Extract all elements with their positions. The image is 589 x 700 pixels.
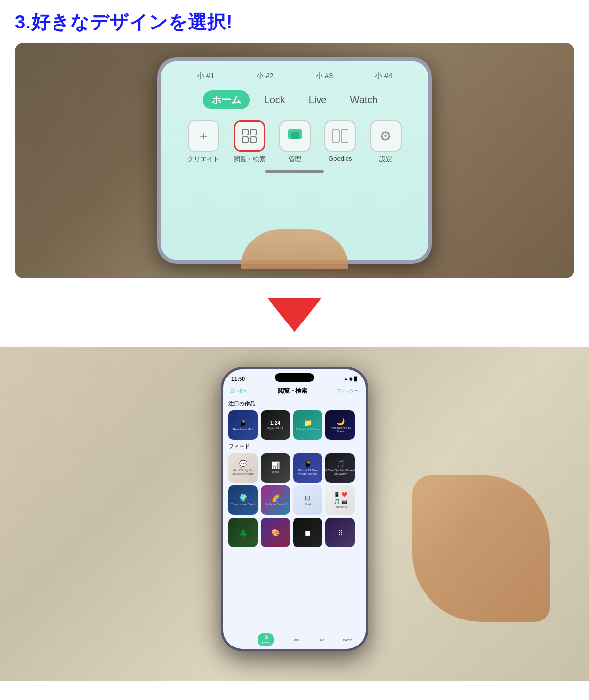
widget-mac-os[interactable]: 💬 Mac OS Big Sur iMessage Widget [228, 453, 258, 483]
widget-color-grid[interactable]: 🎨 [261, 518, 290, 547]
size-tabs: 小 #1 小 #2 小 #3 小 #4 [176, 71, 413, 81]
goodies-label: Goodies [328, 155, 352, 162]
widget-name: Fouricons [334, 505, 347, 509]
pbn-home[interactable]: ⊞ ホーム [258, 633, 274, 646]
svg-rect-7 [341, 130, 348, 142]
tab-home[interactable]: ホーム [203, 90, 250, 109]
widget-fouricons[interactable]: 📱❤️🎵📷 Fouricons [325, 485, 355, 515]
down-arrow-icon [268, 298, 321, 332]
nav-tabs: ホーム Lock Live Watch [176, 90, 413, 109]
size-tab-3: 小 #3 [316, 71, 333, 81]
widget-iphone13[interactable]: 📱 iPhone 13 New Widget Simple [293, 453, 322, 483]
pbn-lock-label: Lock [293, 638, 300, 642]
widget-icon: 🎨 [271, 529, 280, 537]
icon-goodies[interactable]: Goodies [324, 120, 356, 162]
widget-row-3: 🌍 Transparent Clock 🌈 Rainbow Clock 2 ⊟ … [228, 485, 361, 515]
arrow-section [0, 283, 589, 347]
widget-icon: 📱 [239, 419, 247, 427]
pbn-live-label: Live [318, 638, 324, 642]
widget-rainbow-clock[interactable]: 🌈 Rainbow Clock 2 [261, 485, 290, 515]
widget-tanks[interactable]: 📊 Tanks [261, 453, 290, 483]
widget-name: iPhone 13 New Widget Simple [293, 469, 322, 476]
icon-manage[interactable]: 管理 [279, 120, 311, 163]
pbn-lock[interactable]: Lock [293, 638, 300, 642]
widget-icon: 📁 [304, 419, 312, 427]
bottom-subtitle: ウィジェットには小・中・大がある [0, 691, 589, 700]
svg-rect-5 [291, 132, 299, 139]
widget-spotify[interactable]: 🎵 If Only Spotify Worked On Widgy [325, 453, 355, 483]
widget-icon: 1:24 [270, 420, 280, 426]
widget-icon: 🌍 [239, 494, 247, 502]
widget-dark-row[interactable]: ◼ [293, 518, 322, 547]
pbn-create[interactable]: + [237, 637, 240, 643]
svg-rect-2 [242, 137, 248, 143]
widget-row-2: 💬 Mac OS Big Sur iMessage Widget 📊 Tanks… [228, 453, 361, 483]
svg-rect-6 [332, 130, 339, 142]
phone-bottom-nav: + ⊞ ホーム Lock Live Watch [223, 630, 366, 649]
tab-live[interactable]: Live [300, 91, 336, 108]
bottom-icons: + クリエイト [176, 120, 413, 163]
widget-name: Mac OS Big Sur iMessage Widget [228, 469, 258, 476]
widget-dots[interactable]: ⠿ [325, 518, 355, 547]
widget-forest[interactable]: 🌲 [228, 518, 258, 547]
browse-label: 閲覧・検索 [234, 155, 266, 163]
widget-icon: 🌙 [336, 417, 345, 425]
widget-trail-clock[interactable]: 🌙 Transparent Trail Clock [325, 410, 355, 440]
widget-icon: 📱 [304, 460, 312, 468]
icon-browse[interactable]: 閲覧・検索 [234, 120, 266, 163]
status-bar: 11:50 ▲ ◉ ▊ [223, 369, 366, 387]
filter-label[interactable]: フィルター [337, 388, 359, 394]
widget-transparent-clock[interactable]: 🌍 Transparent Clock [228, 485, 258, 515]
widget-revolution-mini[interactable]: 📱 Revolution Mini [228, 410, 258, 440]
widget-icon: 📱❤️🎵📷 [334, 492, 347, 504]
plus-icon: + [200, 129, 207, 144]
back-label[interactable]: 並べ替え [230, 388, 248, 394]
icon-create[interactable]: + クリエイト [187, 120, 219, 163]
widget-folders[interactable]: 📁 Folders in Folders [293, 410, 322, 440]
size-tab-1: 小 #1 [197, 71, 214, 81]
tab-watch[interactable]: Watch [342, 91, 387, 108]
manage-icon [286, 127, 304, 145]
pbn-live[interactable]: Live [318, 638, 324, 642]
browse-icon [241, 127, 258, 145]
gear-icon: ⚙ [379, 128, 392, 144]
goodies-icon [331, 129, 349, 143]
manage-icon-box [279, 120, 311, 152]
section1-label: 注目の作品 [228, 400, 361, 407]
section2-label: フィード [228, 443, 361, 450]
phone-header-2: 並べ替え 閲覧・検索 フィルター [223, 387, 366, 398]
widget-name: Rainbow Clock 2 [264, 503, 286, 506]
widget-name: iPad [305, 503, 311, 506]
widget-name: Transparent Clock [231, 503, 255, 506]
widget-ipad[interactable]: ⊟ iPad [293, 485, 322, 515]
home-bar [265, 170, 324, 173]
icon-settings[interactable]: ⚙ 設定 [370, 120, 402, 163]
phone-2-inner: 11:50 ▲ ◉ ▊ 並べ替え 閲覧・検索 フィルター 注目の作品 📱 Rev… [223, 369, 366, 649]
main-title: 3.好きなデザインを選択! [15, 10, 574, 35]
pbn-home-label: ホーム [261, 640, 271, 645]
pbn-watch[interactable]: Watch [343, 638, 353, 642]
widget-name: Transparent Trail Clock [325, 426, 355, 433]
phone-screenshot: 小 #1 小 #2 小 #3 小 #4 ホーム Lock Live Watch [15, 43, 574, 278]
widget-name: Folders in Folders [296, 428, 320, 431]
hand-image [412, 475, 550, 622]
browse-search-title: 閲覧・検索 [278, 387, 307, 395]
widget-row-4: 🌲 🎨 ◼ ⠿ [228, 518, 361, 547]
top-section: 3.好きなデザインを選択! 小 #1 小 #2 小 #3 小 #4 ホーム Lo… [0, 0, 589, 283]
svg-rect-1 [250, 129, 256, 135]
widget-row-1: 📱 Revolution Mini 1:24 Digital Clock 📁 F… [228, 410, 361, 440]
widget-icon: 🌈 [271, 494, 280, 502]
bottom-section: 11:50 ▲ ◉ ▊ 並べ替え 閲覧・検索 フィルター 注目の作品 📱 Rev… [0, 347, 589, 681]
tab-lock[interactable]: Lock [256, 91, 294, 108]
settings-icon-box: ⚙ [370, 120, 402, 152]
phone-2-frame: 11:50 ▲ ◉ ▊ 並べ替え 閲覧・検索 フィルター 注目の作品 📱 Rev… [221, 367, 368, 651]
widget-name: Tanks [271, 470, 279, 474]
widget-scroll[interactable]: 注目の作品 📱 Revolution Mini 1:24 Digital Clo… [223, 398, 366, 630]
browse-icon-box [234, 120, 265, 152]
create-icon-box: + [188, 120, 219, 152]
widget-digital-clock[interactable]: 1:24 Digital Clock [261, 410, 290, 440]
home-nav-icon: ⊞ [264, 634, 268, 640]
manage-label: 管理 [289, 155, 301, 163]
widget-icon: 📊 [271, 461, 280, 469]
widget-icon: ⠿ [338, 529, 343, 537]
